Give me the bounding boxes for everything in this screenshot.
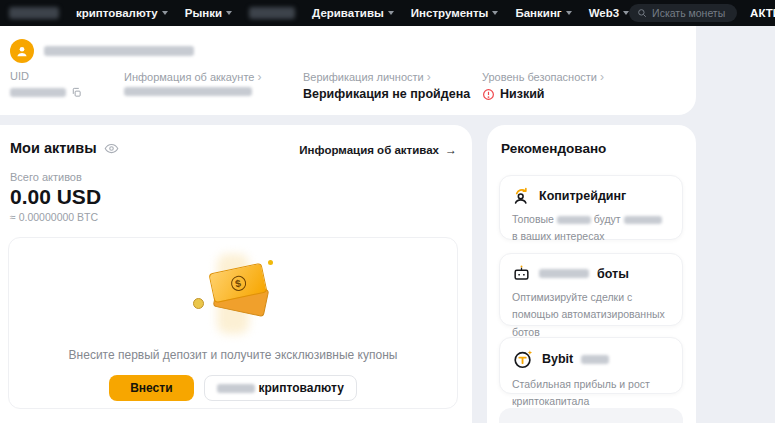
warning-circle-icon [482,88,495,101]
nav-web3[interactable]: Web3 [589,7,629,19]
bots-desc: Оптимизируйте сделки с помощью автоматиз… [512,289,670,341]
security-level-value: Низкий [482,87,545,101]
earn-coin-icon [512,348,534,370]
account-info-value [124,87,252,96]
deposit-actions: Внести криптовалюту [109,375,357,401]
bybit-dashboard: криптовалюту Рынки Деривативы Инструмент… [0,0,775,423]
verification-status: Верификация не пройдена [303,87,470,101]
nav-derivatives[interactable]: Деривативы [312,7,394,19]
nav-derivatives-label: Деривативы [312,7,384,19]
bots-title: боты [597,267,629,281]
account-info-redacted [124,87,252,96]
logo-redacted[interactable] [9,7,59,19]
coin-icon [193,298,204,309]
chevron-right-icon [257,70,261,84]
uid-redacted [10,88,66,97]
coupon-illustration: $ [185,252,281,336]
total-assets-label: Всего активов [10,171,82,183]
account-avatar [10,39,34,63]
chevron-down-icon [226,11,232,15]
earn-card[interactable]: Bybit Стабильная прибыль и рост криптока… [499,337,683,394]
nav-banking-label: Банкинг [515,7,561,19]
nav-buy-crypto[interactable]: криптовалюту [76,7,168,19]
coin-search[interactable] [629,4,737,22]
redacted-text [557,216,591,224]
earn-desc: Стабильная прибыль и рост криптокапитала [512,376,670,411]
deposit-empty-state: $ Внесите первый депозит и получите экск… [8,237,458,409]
nav-right-group: АКТИВЫ ОРДЕРА [629,4,775,22]
next-card-partial [499,408,683,423]
chevron-down-icon [492,11,498,15]
search-input[interactable] [652,7,726,19]
trading-bots-card[interactable]: боты Оптимизируйте сделки с помощью авто… [499,253,683,326]
nav-assets-label: АКТИВЫ [750,7,775,19]
uid-value [10,87,82,98]
dollar-badge: $ [229,274,247,292]
identity-verification-link[interactable]: Верификация личности [303,70,431,84]
nav-left-group: криптовалюту Рынки Деривативы Инструмент… [9,7,629,19]
account-summary-band: UID Информация об аккаунте Верификация л… [0,26,696,115]
nav-buy-crypto-label: криптовалюту [76,7,158,19]
deposit-caption: Внесите первый депозит и получите эксклю… [69,348,398,362]
nav-tools-label: Инструменты [411,7,489,19]
user-icon [15,44,29,58]
copytrading-card[interactable]: Копитрейдинг Топовые будут в ваших интер… [499,175,683,240]
buy-word-redacted [217,384,255,393]
chevron-right-icon [427,70,431,84]
account-info-link[interactable]: Информация об аккаунте [124,70,261,84]
nav-web3-label: Web3 [589,7,619,19]
total-usd-value: 0.00 USD [10,185,101,209]
bots-word-redacted [539,269,589,278]
top-nav-bar: криптовалюту Рынки Деривативы Инструмент… [0,0,775,26]
my-assets-title: Мои активы [10,140,119,156]
copytrading-title: Копитрейдинг [539,189,626,203]
earn-title: Bybit [542,352,573,366]
buy-crypto-button[interactable]: криптовалюту [204,375,357,401]
eye-icon[interactable] [104,141,119,156]
asset-info-link[interactable]: Информация об активах [299,143,457,157]
account-email-redacted [44,46,194,56]
chevron-right-icon [600,70,604,84]
security-level-link[interactable]: Уровень безопасности [482,70,604,84]
nav-trade-redacted[interactable] [249,7,295,19]
total-btc-value: ≈ 0.00000000 BTC [10,211,98,223]
nav-banking[interactable]: Банкинг [515,7,571,19]
earn-word-redacted [581,355,609,364]
copy-icon[interactable] [71,87,82,98]
recommended-title: Рекомендовано [501,141,606,156]
copytrading-desc: Топовые будут в ваших интересах [512,211,670,246]
sparkle-dot [268,260,273,265]
search-icon [637,8,647,18]
deposit-button[interactable]: Внести [109,375,193,401]
robot-icon [512,264,531,283]
chevron-down-icon [566,11,572,15]
copytrading-icon [512,186,531,205]
redacted-text [624,216,662,224]
chevron-down-icon [388,11,394,15]
buy-crypto-label: криптовалюту [259,381,344,395]
chevron-down-icon [162,11,168,15]
nav-markets[interactable]: Рынки [185,7,232,19]
my-assets-panel: Мои активы Информация об активах Всего а… [0,125,472,423]
nav-assets[interactable]: АКТИВЫ [750,7,775,19]
nav-markets-label: Рынки [185,7,222,19]
uid-label: UID [10,70,29,82]
nav-tools[interactable]: Инструменты [411,7,499,19]
recommended-panel: Рекомендовано Копитрейдинг Топовые будут… [487,125,696,423]
